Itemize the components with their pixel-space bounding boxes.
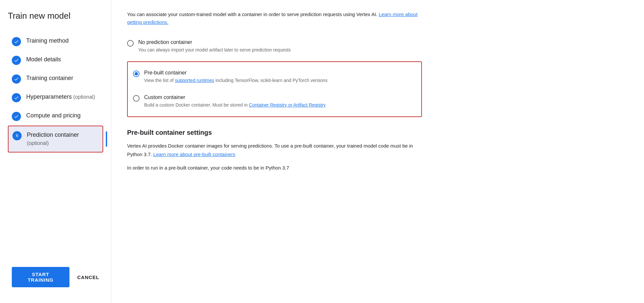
step-number-prediction-container: 6 bbox=[12, 131, 22, 140]
prebuilt-settings-heading: Pre-built container settings bbox=[127, 129, 422, 136]
start-training-button[interactable]: START TRAINING bbox=[12, 267, 69, 287]
radio-button-custom[interactable] bbox=[133, 95, 140, 102]
radio-desc-no-prediction: You can always import your model artifac… bbox=[138, 47, 291, 53]
sidebar-item-label-compute-pricing: Compute and pricing bbox=[26, 111, 81, 120]
main-content: You can associate your custom-trained mo… bbox=[111, 0, 644, 303]
prebuilt-paragraph1: Vertex AI provides Docker container imag… bbox=[127, 142, 422, 158]
sidebar-item-training-container[interactable]: Training container bbox=[8, 70, 103, 88]
sidebar: Train new model Training method Model de… bbox=[0, 0, 111, 303]
radio-custom-container[interactable]: Custom container Build a custom Docker c… bbox=[133, 89, 416, 114]
radio-prebuilt-container[interactable]: Pre-built container View the list of sup… bbox=[133, 65, 416, 89]
selection-box-prebuilt-custom: Pre-built container View the list of sup… bbox=[127, 61, 422, 117]
cancel-button[interactable]: CANCEL bbox=[77, 274, 99, 280]
check-icon-compute-pricing bbox=[12, 112, 21, 121]
check-icon-training-container bbox=[12, 74, 21, 84]
container-registry-link[interactable]: Container Registry or Artifact Registry bbox=[249, 102, 326, 108]
radio-title-prebuilt: Pre-built container bbox=[144, 70, 328, 76]
radio-title-no-prediction: No prediction container bbox=[138, 39, 291, 45]
radio-desc-prebuilt: View the list of supported runtimes incl… bbox=[144, 77, 328, 84]
active-indicator-bar bbox=[106, 131, 107, 147]
action-buttons: START TRAINING CANCEL bbox=[8, 262, 103, 293]
sidebar-item-label-model-details: Model details bbox=[26, 55, 61, 64]
check-icon-hyperparameters bbox=[12, 93, 21, 102]
sidebar-item-label-training-method: Training method bbox=[26, 37, 68, 45]
intro-paragraph: You can associate your custom-trained mo… bbox=[127, 10, 422, 26]
prebuilt-paragraph2: In order to run in a pre-built container… bbox=[127, 164, 422, 172]
learn-more-prebuilt-link[interactable]: Learn more about pre-built containers bbox=[153, 152, 235, 157]
sidebar-item-label-hyperparameters: Hyperparameters (optional) bbox=[26, 93, 95, 101]
sidebar-item-training-method[interactable]: Training method bbox=[8, 32, 103, 51]
check-icon-model-details bbox=[12, 56, 21, 65]
sidebar-item-label-training-container: Training container bbox=[26, 74, 73, 82]
radio-button-prebuilt[interactable] bbox=[133, 71, 140, 77]
radio-desc-custom: Build a custom Docker container. Must be… bbox=[144, 102, 326, 109]
page-title: Train new model bbox=[8, 10, 103, 22]
sidebar-item-prediction-container[interactable]: 6 Prediction container (optional) bbox=[8, 126, 103, 152]
sidebar-item-model-details[interactable]: Model details bbox=[8, 51, 103, 70]
radio-button-no-prediction[interactable] bbox=[127, 40, 134, 47]
radio-title-custom: Custom container bbox=[144, 94, 326, 100]
sidebar-item-label-prediction-container: Prediction container (optional) bbox=[27, 131, 79, 147]
sidebar-item-compute-pricing[interactable]: Compute and pricing bbox=[8, 107, 103, 126]
nav-menu: Training method Model details Training c… bbox=[8, 32, 103, 254]
content-section: You can associate your custom-trained mo… bbox=[127, 10, 422, 172]
radio-no-prediction[interactable]: No prediction container You can always i… bbox=[127, 34, 422, 59]
sidebar-item-hyperparameters[interactable]: Hyperparameters (optional) bbox=[8, 88, 103, 107]
check-icon-training-method bbox=[12, 37, 21, 46]
supported-runtimes-link[interactable]: supported runtimes bbox=[175, 78, 214, 83]
